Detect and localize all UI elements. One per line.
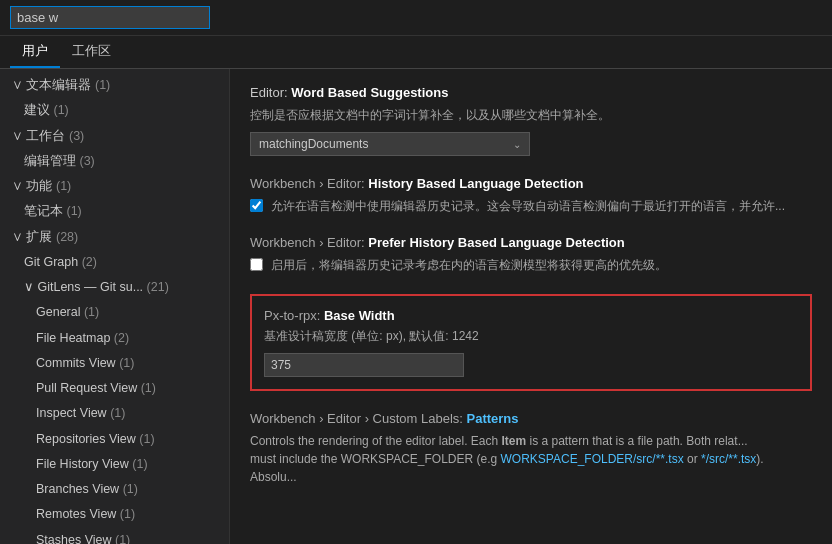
sidebar: ∨ text-editor文本编辑器 (1) 建议 (1) ∨ 工作台 (3) … [0,69,230,544]
chevron-icon: ∨ [24,280,37,294]
checkbox-label: 允许在语言检测中使用编辑器历史记录。这会导致自动语言检测偏向于最近打开的语言，并… [271,197,785,215]
sidebar-item-remotes-view[interactable]: Remotes View (1) [0,502,229,527]
sidebar-item-commits-view[interactable]: Commits View (1) [0,351,229,376]
checkbox-row: 允许在语言检测中使用编辑器历史记录。这会导致自动语言检测偏向于最近打开的语言，并… [250,197,812,215]
main-layout: ∨ text-editor文本编辑器 (1) 建议 (1) ∨ 工作台 (3) … [0,69,832,544]
sidebar-item-git-graph[interactable]: Git Graph (2) [0,250,229,275]
setting-title: Workbench › Editor › Custom Labels: Patt… [250,411,812,426]
sidebar-item-notebook[interactable]: 笔记本 (1) [0,199,229,224]
setting-desc: 控制是否应根据文档中的字词计算补全，以及从哪些文档中算补全。 [250,106,812,124]
checkbox-row: 启用后，将编辑器历史记录考虑在内的语言检测模型将获得更高的优先级。 [250,256,812,274]
sidebar-item-branches-view[interactable]: Branches View (1) [0,477,229,502]
base-width-input[interactable]: 375 [264,353,464,377]
setting-title: Editor: Word Based Suggestions [250,85,812,100]
checkbox-label: 启用后，将编辑器历史记录考虑在内的语言检测模型将获得更高的优先级。 [271,256,667,274]
setting-title: Px-to-rpx: Base Width [264,308,798,323]
setting-word-based-suggestions: Editor: Word Based Suggestions 控制是否应根据文档… [250,85,812,156]
sidebar-item-extensions[interactable]: ∨ 扩展 (28) [0,225,229,250]
settings-content: Editor: Word Based Suggestions 控制是否应根据文档… [230,69,832,544]
chevron-icon: ∨ [12,179,26,193]
sidebar-item-file-history-view[interactable]: File History View (1) [0,452,229,477]
setting-desc: 基准设计稿宽度 (单位: px), 默认值: 1242 [264,327,798,345]
sidebar-item-editor-mgmt[interactable]: 编辑管理 (3) [0,149,229,174]
dropdown-arrow-icon: ⌄ [513,139,521,150]
sidebar-item-repositories-view[interactable]: Repositories View (1) [0,427,229,452]
sidebar-item-suggestions[interactable]: 建议 (1) [0,98,229,123]
setting-history-detection: Workbench › Editor: History Based Langua… [250,176,812,215]
sidebar-item-gitlens[interactable]: ∨ GitLens — Git su... (21) [0,275,229,300]
history-detection-checkbox[interactable] [250,199,263,212]
search-input[interactable]: base w [10,6,210,29]
chevron-icon: ∨ [12,129,26,143]
chevron-icon: ∨ [12,230,26,244]
setting-base-width-box: Px-to-rpx: Base Width 基准设计稿宽度 (单位: px), … [250,294,812,391]
chevron-icon: ∨ [12,78,26,92]
tabs-bar: 用户 工作区 [0,36,832,69]
sidebar-item-text-editor[interactable]: ∨ text-editor文本编辑器 (1) [0,73,229,98]
sidebar-item-file-heatmap[interactable]: File Heatmap (2) [0,326,229,351]
sidebar-item-stashes-view[interactable]: Stashes View (1) [0,528,229,545]
search-bar-container: base w [0,0,832,36]
setting-title: Workbench › Editor: History Based Langua… [250,176,812,191]
prefer-history-checkbox[interactable] [250,258,263,271]
setting-title: Workbench › Editor: Prefer History Based… [250,235,812,250]
sidebar-item-general[interactable]: General (1) [0,300,229,325]
tab-user[interactable]: 用户 [10,36,60,68]
sidebar-item-features[interactable]: ∨ 功能 (1) [0,174,229,199]
tab-workspace[interactable]: 工作区 [60,36,123,68]
word-suggestions-dropdown[interactable]: matchingDocuments ⌄ [250,132,530,156]
setting-desc: Controls the rendering of the editor lab… [250,432,812,486]
setting-custom-labels: Workbench › Editor › Custom Labels: Patt… [250,411,812,486]
setting-prefer-history: Workbench › Editor: Prefer History Based… [250,235,812,274]
sidebar-item-workbench[interactable]: ∨ 工作台 (3) [0,124,229,149]
sidebar-item-inspect-view[interactable]: Inspect View (1) [0,401,229,426]
sidebar-item-pull-request-view[interactable]: Pull Request View (1) [0,376,229,401]
